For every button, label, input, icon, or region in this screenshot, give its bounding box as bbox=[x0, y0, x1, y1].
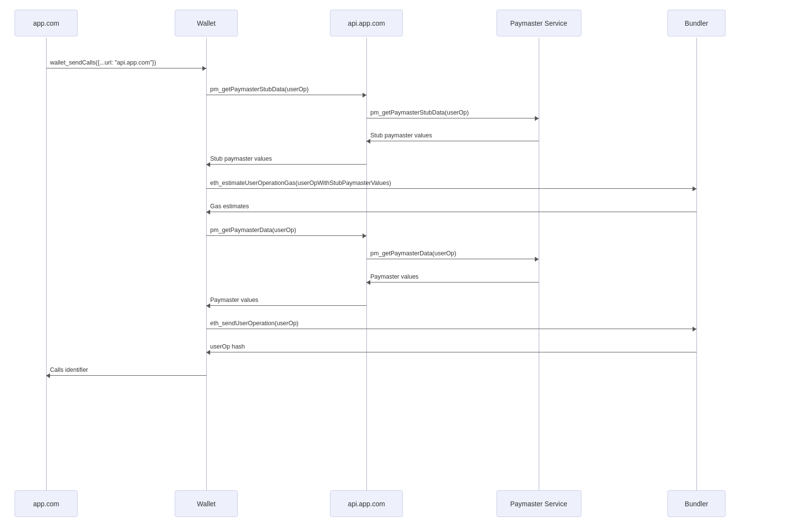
lifeline-app bbox=[46, 38, 47, 490]
actor-top-bundler: Bundler bbox=[667, 10, 726, 36]
arrow-label-a7: Gas estimates bbox=[210, 203, 249, 210]
actor-bottom-api: api.app.com bbox=[330, 490, 403, 517]
arrow-a12 bbox=[206, 329, 696, 329]
arrow-label-a9: pm_getPaymasterData(userOp) bbox=[370, 250, 456, 257]
actor-top-app: app.com bbox=[15, 10, 78, 36]
arrow-a4 bbox=[366, 141, 539, 141]
arrow-label-a3: pm_getPaymasterStubData(userOp) bbox=[370, 109, 469, 116]
actor-bottom-paymaster: Paymaster Service bbox=[496, 490, 581, 517]
arrow-a6 bbox=[206, 188, 696, 189]
arrow-label-a11: Paymaster values bbox=[210, 297, 258, 303]
actor-top-api: api.app.com bbox=[330, 10, 403, 36]
arrow-a13 bbox=[206, 352, 696, 352]
arrow-a5 bbox=[206, 164, 366, 165]
arrow-a1 bbox=[46, 68, 206, 68]
arrow-label-a2: pm_getPaymasterStubData(userOp) bbox=[210, 86, 309, 93]
arrow-a7 bbox=[206, 212, 696, 212]
arrow-label-a6: eth_estimateUserOperationGas(userOpWithS… bbox=[210, 180, 391, 186]
arrow-a10 bbox=[366, 282, 539, 283]
arrow-a2 bbox=[206, 95, 366, 95]
arrow-label-a4: Stub paymaster values bbox=[370, 132, 432, 139]
arrow-a11 bbox=[206, 305, 366, 306]
actor-bottom-wallet: Wallet bbox=[175, 490, 238, 517]
actor-top-paymaster: Paymaster Service bbox=[496, 10, 581, 36]
arrow-a3 bbox=[366, 118, 539, 118]
actor-bottom-bundler: Bundler bbox=[667, 490, 726, 517]
arrow-a14 bbox=[46, 375, 206, 376]
lifeline-wallet bbox=[206, 38, 207, 490]
sequence-diagram: app.comWalletapi.app.comPaymaster Servic… bbox=[0, 0, 794, 532]
actor-top-wallet: Wallet bbox=[175, 10, 238, 36]
arrow-label-a13: userOp hash bbox=[210, 343, 245, 350]
arrow-label-a12: eth_sendUserOperation(userOp) bbox=[210, 320, 298, 327]
arrow-label-a1: wallet_sendCalls({...url: "api.app.com"}… bbox=[50, 59, 156, 66]
lifeline-bundler bbox=[696, 38, 697, 490]
arrow-label-a14: Calls identifier bbox=[50, 366, 88, 373]
actor-bottom-app: app.com bbox=[15, 490, 78, 517]
arrow-a9 bbox=[366, 259, 539, 259]
arrow-a8 bbox=[206, 235, 366, 236]
lifeline-api bbox=[366, 38, 367, 490]
lifeline-paymaster bbox=[539, 38, 539, 490]
arrow-label-a8: pm_getPaymasterData(userOp) bbox=[210, 227, 296, 233]
arrow-label-a5: Stub paymaster values bbox=[210, 155, 272, 162]
arrow-label-a10: Paymaster values bbox=[370, 273, 418, 280]
